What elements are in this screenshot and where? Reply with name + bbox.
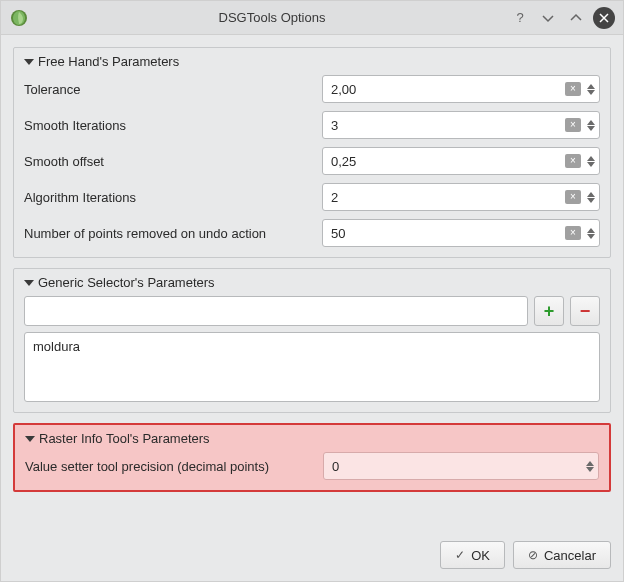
generic-selector-header[interactable]: Generic Selector's Parameters: [24, 275, 600, 290]
add-button[interactable]: +: [534, 296, 564, 326]
smooth-offset-spinbox[interactable]: 0,25 ×: [322, 147, 600, 175]
minus-icon: −: [580, 301, 591, 322]
cancel-icon: ⊘: [528, 548, 538, 562]
raster-title: Raster Info Tool's Parameters: [39, 431, 210, 446]
clear-icon[interactable]: ×: [565, 190, 581, 204]
undo-points-label: Number of points removed on undo action: [24, 226, 314, 241]
chevron-down-icon: [24, 59, 34, 65]
raster-precision-label: Value setter tool precision (decimal poi…: [25, 459, 315, 474]
dialog-content: Free Hand's Parameters Tolerance 2,00 ×: [1, 35, 623, 541]
chevron-down-icon: [587, 234, 595, 239]
generic-selector-title: Generic Selector's Parameters: [38, 275, 215, 290]
undo-points-value: 50: [331, 226, 565, 241]
chevron-down-icon: [587, 126, 595, 131]
clear-icon[interactable]: ×: [565, 226, 581, 240]
remove-button[interactable]: −: [570, 296, 600, 326]
generic-selector-group: Generic Selector's Parameters + − moldur…: [13, 268, 611, 413]
raster-group: Raster Info Tool's Parameters Value sett…: [13, 423, 611, 492]
smooth-offset-label: Smooth offset: [24, 154, 314, 169]
chevron-up-icon: [586, 461, 594, 466]
check-icon: ✓: [455, 548, 465, 562]
chevron-down-icon: [24, 280, 34, 286]
minimize-button[interactable]: [537, 7, 559, 29]
spinner-buttons[interactable]: [587, 228, 595, 239]
smooth-iterations-row: Smooth Iterations 3 ×: [24, 111, 600, 139]
chevron-down-icon: [586, 467, 594, 472]
raster-precision-row: Value setter tool precision (decimal poi…: [25, 452, 599, 480]
app-icon: [9, 8, 29, 28]
plus-icon: +: [544, 301, 555, 322]
smooth-offset-row: Smooth offset 0,25 ×: [24, 147, 600, 175]
chevron-up-icon: [587, 228, 595, 233]
help-button[interactable]: ?: [509, 7, 531, 29]
tolerance-spinbox[interactable]: 2,00 ×: [322, 75, 600, 103]
smooth-iterations-spinbox[interactable]: 3 ×: [322, 111, 600, 139]
undo-points-row: Number of points removed on undo action …: [24, 219, 600, 247]
freehand-group: Free Hand's Parameters Tolerance 2,00 ×: [13, 47, 611, 258]
freehand-fields: Tolerance 2,00 × Smooth Iterations 3: [24, 75, 600, 247]
generic-selector-input[interactable]: [24, 296, 528, 326]
tolerance-value: 2,00: [331, 82, 565, 97]
spinner-buttons[interactable]: [586, 461, 594, 472]
spinner-buttons[interactable]: [587, 84, 595, 95]
spinner-buttons[interactable]: [587, 192, 595, 203]
raster-header[interactable]: Raster Info Tool's Parameters: [25, 431, 599, 446]
maximize-button[interactable]: [565, 7, 587, 29]
cancel-button[interactable]: ⊘ Cancelar: [513, 541, 611, 569]
clear-icon[interactable]: ×: [565, 118, 581, 132]
smooth-offset-value: 0,25: [331, 154, 565, 169]
raster-precision-spinbox[interactable]: 0: [323, 452, 599, 480]
chevron-down-icon: [25, 436, 35, 442]
spinner-buttons[interactable]: [587, 120, 595, 131]
spinner-buttons[interactable]: [587, 156, 595, 167]
chevron-down-icon: [587, 90, 595, 95]
algorithm-iterations-spinbox[interactable]: 2 ×: [322, 183, 600, 211]
titlebar: DSGTools Options ?: [1, 1, 623, 35]
ok-label: OK: [471, 548, 490, 563]
options-dialog: DSGTools Options ? Free Hand's Parameter…: [0, 0, 624, 582]
generic-selector-list[interactable]: moldura: [24, 332, 600, 402]
tolerance-label: Tolerance: [24, 82, 314, 97]
chevron-up-icon: [587, 192, 595, 197]
list-item[interactable]: moldura: [33, 339, 591, 354]
chevron-down-icon: [587, 162, 595, 167]
algorithm-iterations-label: Algorithm Iterations: [24, 190, 314, 205]
window-title: DSGTools Options: [35, 10, 509, 25]
window-controls: ?: [509, 7, 615, 29]
chevron-up-icon: [587, 156, 595, 161]
close-button[interactable]: [593, 7, 615, 29]
algorithm-iterations-row: Algorithm Iterations 2 ×: [24, 183, 600, 211]
smooth-iterations-label: Smooth Iterations: [24, 118, 314, 133]
chevron-up-icon: [587, 84, 595, 89]
chevron-up-icon: [587, 120, 595, 125]
cancel-label: Cancelar: [544, 548, 596, 563]
freehand-header[interactable]: Free Hand's Parameters: [24, 54, 600, 69]
smooth-iterations-value: 3: [331, 118, 565, 133]
clear-icon[interactable]: ×: [565, 154, 581, 168]
generic-selector-input-row: + −: [24, 296, 600, 326]
raster-precision-value: 0: [332, 459, 584, 474]
undo-points-spinbox[interactable]: 50 ×: [322, 219, 600, 247]
ok-button[interactable]: ✓ OK: [440, 541, 505, 569]
tolerance-row: Tolerance 2,00 ×: [24, 75, 600, 103]
freehand-title: Free Hand's Parameters: [38, 54, 179, 69]
algorithm-iterations-value: 2: [331, 190, 565, 205]
clear-icon[interactable]: ×: [565, 82, 581, 96]
dialog-footer: ✓ OK ⊘ Cancelar: [1, 541, 623, 581]
chevron-down-icon: [587, 198, 595, 203]
